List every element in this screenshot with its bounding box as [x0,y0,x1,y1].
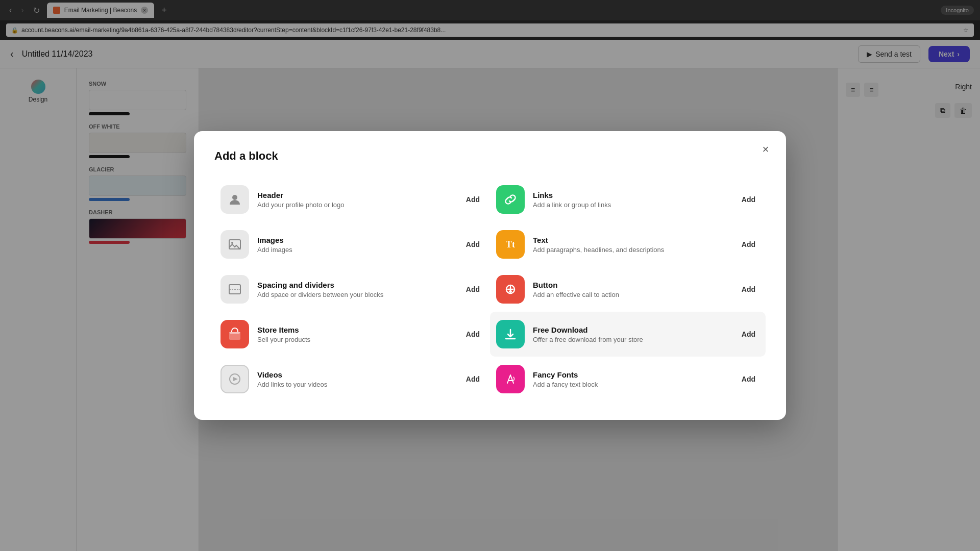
modal-right-column: Links Add a link or group of links Add T… [490,177,766,402]
button-block-name: Button [533,281,729,289]
block-item-links[interactable]: Links Add a link or group of links Add [490,177,766,222]
svg-point-2 [231,242,233,244]
block-item-spacing[interactable]: Spacing and dividers Add space or divide… [214,267,490,312]
button-add-button[interactable]: Add [738,282,760,296]
videos-add-button[interactable]: Add [462,372,484,386]
block-item-freedownload[interactable]: Free Download Offer a free download from… [490,312,766,357]
button-icon [496,275,525,304]
header-add-button[interactable]: Add [462,192,484,207]
block-item-button[interactable]: Button Add an effective call to action A… [490,267,766,312]
links-add-button[interactable]: Add [738,192,760,207]
freedownload-block-name: Free Download [533,325,729,334]
fancyfonts-icon [496,365,525,393]
block-item-fancyfonts[interactable]: Fancy Fonts Add a fancy text block Add [490,357,766,402]
app-container: ‹ Untitled 11/14/2023 ▶ Send a test Next… [0,40,980,551]
modal-title: Add a block [214,149,766,163]
fancyfonts-add-button[interactable]: Add [738,372,760,386]
fancyfonts-block-name: Fancy Fonts [533,370,729,379]
store-icon [220,320,249,348]
block-item-images[interactable]: Images Add images Add [214,222,490,267]
links-block-info: Links Add a link or group of links [533,191,729,209]
fancyfonts-block-info: Fancy Fonts Add a fancy text block [533,370,729,388]
header-block-info: Header Add your profile photo or logo [257,191,454,209]
header-block-name: Header [257,191,454,199]
fancyfonts-block-desc: Add a fancy text block [533,381,729,388]
header-block-desc: Add your profile photo or logo [257,201,454,209]
spacing-icon [220,275,249,304]
links-icon [496,185,525,214]
header-icon [220,185,249,214]
store-block-info: Store Items Sell your products [257,325,454,343]
text-block-info: Text Add paragraphs, headlines, and desc… [533,236,729,254]
block-item-header[interactable]: Header Add your profile photo or logo Ad… [214,177,490,222]
images-block-info: Images Add images [257,236,454,254]
svg-point-0 [232,195,237,200]
block-item-videos[interactable]: Videos Add links to your videos Add [214,357,490,402]
freedownload-icon [496,320,525,348]
images-add-button[interactable]: Add [462,237,484,252]
store-block-desc: Sell your products [257,336,454,343]
text-block-name: Text [533,236,729,244]
modal-left-column: Header Add your profile photo or logo Ad… [214,177,490,402]
block-item-store[interactable]: Store Items Sell your products Add [214,312,490,357]
button-block-info: Button Add an effective call to action [533,281,729,298]
spacing-block-info: Spacing and dividers Add space or divide… [257,281,454,298]
text-icon: Tt [496,230,525,259]
links-block-name: Links [533,191,729,199]
freedownload-block-info: Free Download Offer a free download from… [533,325,729,343]
links-block-desc: Add a link or group of links [533,201,729,209]
freedownload-block-desc: Offer a free download from your store [533,336,729,343]
freedownload-add-button[interactable]: Add [738,327,760,341]
button-block-desc: Add an effective call to action [533,291,729,298]
modal-grid: Header Add your profile photo or logo Ad… [214,177,766,402]
spacing-block-name: Spacing and dividers [257,281,454,289]
spacing-block-desc: Add space or dividers between your block… [257,291,454,298]
images-icon [220,230,249,259]
videos-block-name: Videos [257,370,454,379]
store-add-button[interactable]: Add [462,327,484,341]
images-block-name: Images [257,236,454,244]
modal-overlay[interactable]: Add a block × Header [0,0,980,551]
svg-marker-7 [233,377,238,381]
text-block-desc: Add paragraphs, headlines, and descripti… [533,246,729,254]
add-block-modal: Add a block × Header [194,131,786,420]
spacing-add-button[interactable]: Add [462,282,484,296]
block-item-text[interactable]: Tt Text Add paragraphs, headlines, and d… [490,222,766,267]
videos-block-info: Videos Add links to your videos [257,370,454,388]
videos-icon [220,365,249,393]
store-block-name: Store Items [257,325,454,334]
text-add-button[interactable]: Add [738,237,760,252]
modal-close-button[interactable]: × [757,141,774,158]
videos-block-desc: Add links to your videos [257,381,454,388]
images-block-desc: Add images [257,246,454,254]
